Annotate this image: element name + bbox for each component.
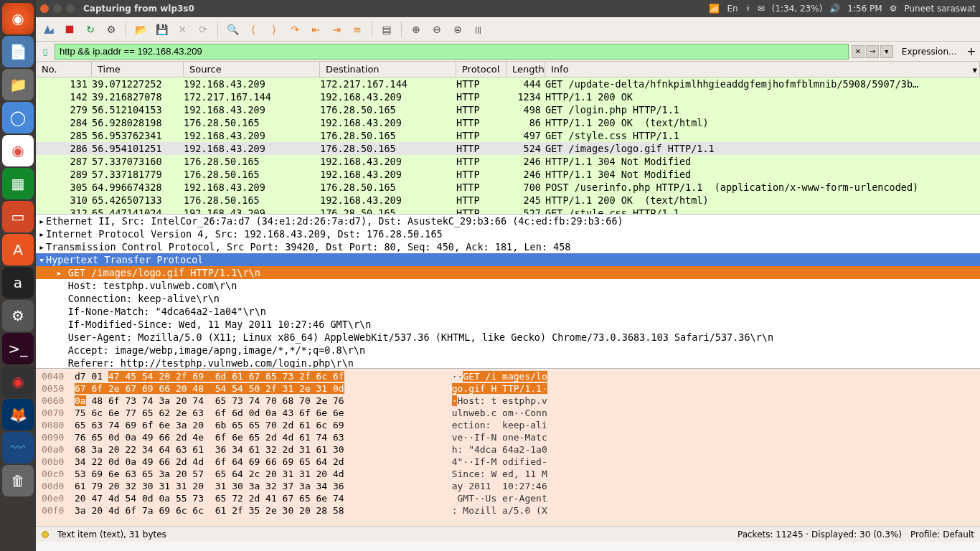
user-name[interactable]: Puneet saraswat — [904, 4, 976, 14]
col-no[interactable]: No. — [36, 62, 92, 77]
zoom-in-button[interactable]: ⊕ — [407, 21, 425, 38]
volume-icon[interactable]: 🔊 — [829, 4, 840, 14]
bluetooth-icon[interactable]: ᚼ — [745, 4, 750, 14]
language-indicator[interactable]: En — [727, 4, 738, 14]
go-last-button[interactable]: ⇥ — [328, 21, 345, 38]
zoom-reset-button[interactable]: ⊜ — [449, 21, 466, 38]
title-bar: Capturing from wlp3s0 📶 En ᚼ ✉ (1:34, 23… — [36, 0, 980, 17]
close-file-button[interactable]: ✕ — [174, 21, 191, 38]
col-destination[interactable]: Destination — [320, 62, 456, 77]
find-packet-button[interactable]: 🔍 — [224, 21, 241, 38]
open-file-button[interactable]: 📂 — [132, 21, 149, 38]
expression-button[interactable]: Expression… — [896, 47, 963, 57]
detail-row: Referer: http://testphp.vulnweb.com/logi… — [36, 357, 980, 368]
packet-list-header: No. Time Source Destination Protocol Len… — [36, 62, 980, 77]
packet-list-pane[interactable]: 13139.071227252192.168.43.209172.217.167… — [36, 77, 980, 214]
shark-fin-icon[interactable] — [40, 21, 57, 38]
chrome-icon[interactable]: ◉ — [2, 135, 34, 166]
hex-row[interactable]: 00600a 48 6f 73 74 3a 20 74 65 73 74 70 … — [36, 395, 980, 407]
hex-row[interactable]: 00a068 3a 20 22 34 64 63 61 36 34 61 32 … — [36, 443, 980, 456]
apply-filter-button[interactable]: → — [866, 45, 879, 58]
save-file-button[interactable]: 💾 — [153, 21, 170, 38]
wifi-icon[interactable]: 📶 — [709, 4, 720, 14]
detail-row: ▸Ethernet II, Src: IntelCor_26:7a:d7 (34… — [36, 215, 980, 227]
hex-row[interactable]: 00b034 22 0d 0a 49 66 2d 4d 6f 64 69 66 … — [36, 456, 980, 468]
stop-capture-button[interactable] — [61, 21, 78, 38]
col-source[interactable]: Source — [184, 62, 320, 77]
calc-icon[interactable]: ▦ — [2, 168, 34, 199]
packet-row[interactable]: 31065.426507133176.28.50.165192.168.43.2… — [36, 194, 980, 207]
colorize-button[interactable]: ▤ — [378, 21, 395, 38]
status-left: Text item (text), 31 bytes — [57, 529, 729, 540]
go-back-button[interactable]: ⟨ — [245, 21, 262, 38]
status-profile[interactable]: Profile: Default — [910, 529, 974, 540]
ubuntu-dash-icon[interactable]: ◉ — [2, 3, 34, 34]
battery-indicator[interactable]: (1:34, 23%) — [772, 4, 823, 14]
packet-row[interactable]: 28556.953762341192.168.43.209176.28.50.1… — [36, 129, 980, 142]
restart-capture-button[interactable]: ↻ — [82, 21, 99, 38]
hex-row[interactable]: 00e020 47 4d 54 0d 0a 55 73 65 72 2d 41 … — [36, 492, 980, 504]
col-menu-icon[interactable]: ▾ — [972, 65, 977, 75]
add-filter-button[interactable]: + — [966, 44, 977, 58]
packet-row[interactable]: 28656.954101251192.168.43.209176.28.50.1… — [36, 142, 980, 155]
settings-icon[interactable]: ⚙ — [2, 300, 34, 331]
window-maximize-icon[interactable] — [66, 4, 75, 13]
terminal-icon[interactable]: >_ — [2, 333, 34, 364]
go-to-packet-button[interactable]: ↷ — [286, 21, 303, 38]
go-forward-button[interactable]: ⟩ — [265, 21, 283, 38]
mail-icon[interactable]: ✉ — [758, 4, 765, 14]
burp-icon[interactable]: ◉ — [2, 366, 34, 397]
packet-row[interactable]: 28456.928028198176.28.50.165192.168.43.2… — [36, 116, 980, 129]
packet-row[interactable]: 31265.447141024192.168.43.209176.28.50.1… — [36, 207, 980, 214]
software-icon[interactable]: A — [2, 234, 34, 265]
col-protocol[interactable]: Protocol — [456, 62, 507, 77]
packet-bytes-pane[interactable]: 0040d7 01 47 45 54 20 2f 69 6d 61 67 65 … — [36, 368, 980, 526]
impress-icon[interactable]: ▭ — [2, 201, 34, 232]
hex-row[interactable]: 0040d7 01 47 45 54 20 2f 69 6d 61 67 65 … — [36, 370, 980, 382]
display-filter-input[interactable] — [55, 44, 849, 60]
packet-row[interactable]: 28757.337073160176.28.50.165192.168.43.2… — [36, 155, 980, 168]
svg-rect-0 — [66, 25, 74, 33]
hex-row[interactable]: 005067 6f 2e 67 69 66 20 48 54 54 50 2f … — [36, 382, 980, 395]
col-length[interactable]: Length — [507, 62, 545, 77]
chromium-icon[interactable]: ◯ — [2, 102, 34, 133]
detail-row: User-Agent: Mozilla/5.0 (X11; Linux x86_… — [36, 331, 980, 344]
window-close-icon[interactable] — [40, 4, 49, 13]
packet-details-pane[interactable]: ▸Ethernet II, Src: IntelCor_26:7a:d7 (34… — [36, 214, 980, 368]
col-time[interactable]: Time — [92, 62, 184, 77]
files-icon[interactable]: 📁 — [2, 69, 34, 100]
detail-row: If-None-Match: "4dca64a2-1a04"\r\n — [36, 305, 980, 318]
hex-row[interactable]: 007075 6c 6e 77 65 62 2e 63 6f 6d 0d 0a … — [36, 407, 980, 419]
resize-columns-button[interactable]: ⫼ — [470, 21, 487, 38]
hex-row[interactable]: 00d061 79 20 32 30 31 31 20 31 30 3a 32 … — [36, 480, 980, 492]
firefox-icon[interactable]: 🦊 — [2, 399, 34, 430]
app-writer-icon[interactable]: 📄 — [2, 36, 34, 67]
packet-row[interactable]: 13139.071227252192.168.43.209172.217.167… — [36, 77, 980, 90]
clear-filter-button[interactable]: ✕ — [852, 45, 864, 58]
zoom-out-button[interactable]: ⊖ — [428, 21, 446, 38]
go-first-button[interactable]: ⇤ — [307, 21, 324, 38]
detail-row: Accept: image/webp,image/apng,image/*,*/… — [36, 344, 980, 357]
amazon-icon[interactable]: a — [2, 267, 34, 298]
clock[interactable]: 1:56 PM — [847, 4, 882, 14]
wireshark-icon[interactable]: 〰 — [2, 432, 34, 463]
window-minimize-icon[interactable] — [53, 4, 62, 13]
hex-row[interactable]: 008065 63 74 69 6f 6e 3a 20 6b 65 65 70 … — [36, 419, 980, 431]
packet-row[interactable]: 14239.216827078172.217.167.144192.168.43… — [36, 90, 980, 103]
reload-button[interactable]: ⟳ — [194, 21, 212, 38]
trash-icon[interactable]: 🗑 — [2, 465, 34, 496]
hex-row[interactable]: 00f03a 20 4d 6f 7a 69 6c 6c 61 2f 35 2e … — [36, 504, 980, 517]
filter-history-button[interactable]: ▾ — [880, 45, 893, 58]
hex-row[interactable]: 009076 65 0d 0a 49 66 2d 4e 6f 6e 65 2d … — [36, 431, 980, 443]
packet-row[interactable]: 30564.996674328192.168.43.209176.28.50.1… — [36, 181, 980, 194]
gear-icon[interactable]: ⚙ — [890, 4, 897, 14]
packet-row[interactable]: 28957.337181779176.28.50.165192.168.43.2… — [36, 168, 980, 181]
detail-row: Host: testphp.vulnweb.com\r\n — [36, 279, 980, 292]
capture-options-button[interactable]: ⚙ — [103, 21, 120, 38]
expert-info-icon[interactable] — [42, 531, 49, 538]
packet-row[interactable]: 27956.512104153192.168.43.209176.28.50.1… — [36, 103, 980, 116]
auto-scroll-button[interactable]: ≡ — [349, 21, 366, 38]
hex-row[interactable]: 00c053 69 6e 63 65 3a 20 57 65 64 2c 20 … — [36, 468, 980, 480]
bookmark-filter-icon[interactable]: ▯ — [39, 45, 52, 58]
col-info[interactable]: Info — [545, 62, 980, 77]
